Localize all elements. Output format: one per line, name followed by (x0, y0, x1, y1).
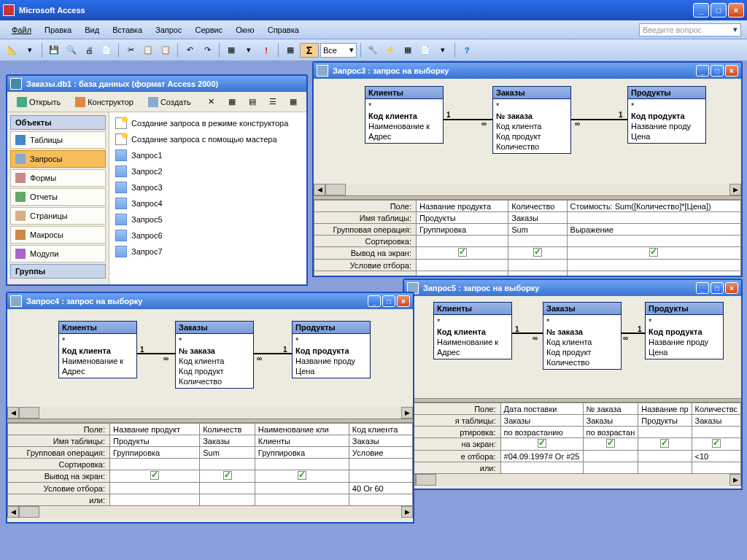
query3-title: Запрос3 : запрос на выборку (333, 66, 449, 75)
newobj-dd[interactable]: ▾ (435, 42, 451, 58)
db-view-list[interactable]: ☰ (265, 94, 281, 110)
menubar: Файл Правка Вид Вставка Запрос Сервис Ок… (0, 20, 747, 39)
help-button[interactable]: ? (459, 42, 475, 58)
copy-button[interactable]: 📋 (140, 42, 156, 58)
querytype-button[interactable]: ▦ (223, 42, 239, 58)
q5-close[interactable]: × (725, 282, 738, 294)
sidebar-item-pages[interactable]: Страницы (10, 207, 106, 225)
scroll-thumb[interactable] (19, 407, 39, 419)
q3-close[interactable]: × (725, 65, 738, 77)
showtable-button[interactable]: ▦ (282, 42, 298, 58)
table-products[interactable]: Продукты *Код продуктаНазвание продуЦена (292, 321, 371, 378)
q4-max[interactable]: □ (382, 295, 395, 307)
view-button[interactable]: 📐 (4, 42, 20, 58)
cut-button[interactable]: ✂ (123, 42, 139, 58)
db-object-list[interactable]: Создание запроса в режиме конструктора С… (109, 112, 306, 284)
sidebar-item-tables[interactable]: Таблицы (10, 131, 106, 149)
table-clients[interactable]: Клиенты *Код клиентаНаименование кАдрес (58, 321, 137, 378)
topvalues-combo[interactable]: Все▾ (320, 43, 357, 58)
querytype-dd[interactable]: ▾ (241, 42, 257, 58)
paste-button[interactable]: 📋 (158, 42, 174, 58)
db-open-button[interactable]: Открыть (12, 94, 66, 110)
table-products[interactable]: Продукты *Код продуктаНазвание продуЦена (627, 86, 706, 144)
table-clients[interactable]: Клиенты *Код клиентаНаименование кАдрес (365, 86, 444, 144)
app-title: Microsoft Access (19, 6, 85, 15)
list-item[interactable]: Запрос7 (112, 244, 303, 260)
q3-min[interactable]: _ (696, 65, 709, 77)
db-create-button[interactable]: Создать (143, 94, 196, 110)
menu-edit[interactable]: Правка (39, 23, 77, 36)
list-item[interactable]: Создание запроса с помощью мастера (112, 131, 303, 147)
table-orders[interactable]: Заказы *№ заказаКод клиентаКод продуктКо… (492, 86, 571, 154)
query4-title: Запрос4 : запрос на выборку (26, 297, 142, 306)
preview-button[interactable]: 📄 (98, 42, 115, 58)
sidebar-item-forms[interactable]: Формы (10, 169, 106, 187)
q5-max[interactable]: □ (711, 282, 724, 294)
table-products[interactable]: Продукты *Код продуктаНазвание продуЦена (645, 302, 724, 359)
minimize-button[interactable]: _ (693, 3, 709, 18)
scroll-right[interactable]: ▶ (729, 474, 741, 486)
save-button[interactable]: 💾 (46, 42, 62, 58)
db-delete-button[interactable]: ✕ (204, 94, 220, 110)
properties-button[interactable]: 🔧 (365, 42, 381, 58)
scroll-thumb[interactable] (19, 506, 39, 518)
scroll-right[interactable]: ▶ (401, 407, 413, 419)
scroll-thumb[interactable] (416, 474, 436, 486)
redo-button[interactable]: ↷ (199, 42, 215, 58)
scroll-right[interactable]: ▶ (401, 506, 413, 518)
newobj-button[interactable]: 📄 (417, 42, 433, 58)
query5-title: Запрос5 : запрос на выборку (423, 284, 539, 292)
db-view-small[interactable]: ▤ (244, 94, 260, 110)
build-button[interactable]: ⚡ (382, 42, 398, 58)
list-item[interactable]: Запрос3 (112, 179, 303, 195)
query5-grid[interactable]: Поле:Дата поставки№ заказаНазвание прКол… (404, 402, 741, 474)
table-orders[interactable]: Заказы *№ заказаКод клиентаКод продуктКо… (543, 302, 622, 370)
menu-tools[interactable]: Сервис (189, 23, 228, 36)
maximize-button[interactable]: □ (711, 3, 727, 18)
menu-view[interactable]: Вид (79, 23, 105, 36)
menu-file[interactable]: Файл (6, 23, 37, 36)
scroll-left[interactable]: ◀ (7, 407, 19, 419)
view-dd[interactable]: ▾ (22, 42, 38, 58)
query4-grid[interactable]: Поле:Название продуктКоличествНаименован… (7, 423, 413, 506)
table-orders[interactable]: Заказы *№ заказаКод клиентаКод продуктКо… (175, 321, 254, 389)
list-item[interactable]: Запрос1 (112, 147, 303, 163)
q4-close[interactable]: × (397, 295, 410, 307)
menu-query[interactable]: Запрос (150, 23, 187, 36)
db-design-button[interactable]: Конструктор (70, 94, 139, 110)
sidebar-item-modules[interactable]: Модули (10, 245, 106, 262)
sidebar-item-macros[interactable]: Макросы (10, 226, 106, 244)
db-view-detail[interactable]: ▦ (285, 94, 301, 110)
undo-button[interactable]: ↶ (182, 42, 198, 58)
list-item[interactable]: Запрос4 (112, 195, 303, 211)
dbwin-button[interactable]: ▦ (400, 42, 416, 58)
help-search-box[interactable]: Введите вопрос▾ (639, 23, 741, 36)
scroll-left[interactable]: ◀ (7, 506, 19, 518)
database-window: Заказы.db1 : база данных (формат Access … (6, 74, 308, 286)
scroll-left[interactable]: ◀ (314, 184, 325, 195)
q5-min[interactable]: _ (696, 282, 709, 294)
totals-button[interactable]: Σ (300, 43, 319, 58)
menu-window[interactable]: Окно (230, 23, 260, 36)
close-button[interactable]: × (728, 3, 744, 18)
list-item[interactable]: Запрос6 (112, 228, 303, 244)
q3-max[interactable]: □ (711, 65, 724, 77)
list-item[interactable]: Запрос2 (112, 163, 303, 179)
q4-min[interactable]: _ (368, 295, 381, 307)
db-view-large[interactable]: ▦ (224, 94, 240, 110)
list-item[interactable]: Создание запроса в режиме конструктора (112, 115, 303, 131)
search-button[interactable]: 🔍 (63, 42, 80, 58)
sidebar-item-queries[interactable]: Запросы (10, 150, 106, 168)
menu-help[interactable]: Справка (262, 23, 305, 36)
menu-insert[interactable]: Вставка (107, 23, 148, 36)
toolbar: 📐 ▾ 💾 🔍 🖨 📄 ✂ 📋 📋 ↶ ↷ ▦ ▾ ! ▦ Σ Все▾ 🔧 ⚡… (0, 39, 747, 61)
query3-grid[interactable]: Поле:Название продуктаКоличествоСтоимост… (314, 200, 741, 277)
list-item[interactable]: Запрос5 (112, 211, 303, 228)
print-button[interactable]: 🖨 (81, 42, 97, 58)
mdi-workspace: Заказы.db1 : база данных (формат Access … (0, 61, 747, 560)
scroll-right[interactable]: ▶ (729, 184, 741, 195)
run-button[interactable]: ! (258, 42, 274, 58)
scroll-thumb[interactable] (325, 184, 346, 195)
sidebar-item-reports[interactable]: Отчеты (10, 188, 106, 206)
table-clients[interactable]: Клиенты *Код клиентаНаименование кАдрес (433, 302, 512, 359)
